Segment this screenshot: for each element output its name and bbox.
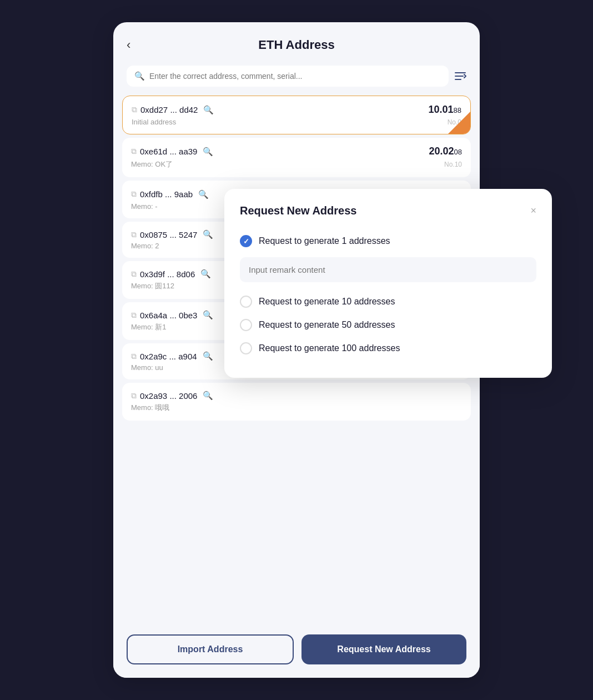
address-item[interactable]: ⧉ 0x2a93 ... 2006 🔍 Memo: 哦哦 [122,383,471,421]
memo-text: Memo: 圆112 [131,281,174,291]
search-address-icon[interactable]: 🔍 [203,147,213,157]
radio-option[interactable]: Request to generate 10 addresses [240,290,536,313]
address-text: 0xdd27 ... dd42 [140,105,198,114]
request-address-modal: Request New Address × ✓ Request to gener… [224,189,552,378]
address-text: 0xfdfb ... 9aab [140,189,193,199]
search-address-icon[interactable]: 🔍 [203,351,213,361]
copy-icon[interactable]: ⧉ [131,311,137,320]
radio-option-wrap[interactable]: Request to generate 50 addresses [240,313,536,337]
search-address-icon[interactable]: 🔍 [203,105,214,115]
radio-label: Request to generate 10 addresses [259,297,395,307]
radio-circle [240,319,252,331]
remark-input[interactable] [240,257,536,282]
address-text: 0x2a93 ... 2006 [140,391,197,401]
address-text: 0xe61d ... aa39 [140,147,197,156]
radio-circle: ✓ [240,235,252,247]
radio-label: Request to generate 50 addresses [259,320,395,330]
memo-text: Memo: 2 [131,242,159,250]
radio-circle [240,296,252,308]
search-address-icon[interactable]: 🔍 [203,310,213,320]
radio-option[interactable]: Request to generate 50 addresses [240,313,536,337]
radio-circle [240,342,252,354]
address-item-top: ⧉ 0xdd27 ... dd42 🔍 10.0188 [132,104,461,116]
search-address-icon[interactable]: 🔍 [200,269,211,279]
footer: Import Address Request New Address [113,626,480,678]
search-icon: 🔍 [134,71,145,81]
radio-option-wrap[interactable]: Request to generate 100 addresses [240,337,536,360]
search-address-icon[interactable]: 🔍 [203,229,213,239]
copy-icon[interactable]: ⧉ [131,230,137,239]
no-badge: No.10 [444,161,462,168]
copy-icon[interactable]: ⧉ [131,269,137,279]
copy-icon[interactable]: ⧉ [131,189,137,199]
address-left: ⧉ 0xe61d ... aa39 🔍 [131,147,213,157]
search-bar: 🔍 [127,66,466,87]
address-item-bottom: Initial address No.0 [132,118,461,126]
address-left: ⧉ 0x3d9f ... 8d06 🔍 [131,269,211,279]
modal-close-button[interactable]: × [530,205,536,217]
memo-text: Memo: 哦哦 [131,403,169,413]
memo-text: Memo: uu [131,363,163,372]
back-button[interactable]: ‹ [127,39,130,51]
radio-option[interactable]: Request to generate 100 addresses [240,337,536,360]
address-item-top: ⧉ 0x2a93 ... 2006 🔍 [131,391,462,401]
radio-label: Request to generate 100 addresses [259,343,400,353]
address-amount: 20.0208 [429,146,462,157]
radio-check-icon: ✓ [243,237,249,246]
header: ‹ ETH Address [113,22,480,61]
search-address-icon[interactable]: 🔍 [198,189,209,199]
address-left: ⧉ 0x6a4a ... 0be3 🔍 [131,310,213,320]
address-item-bottom: Memo: OK了 No.10 [131,159,462,169]
main-card: ‹ ETH Address 🔍 ⧉ 0xdd27 ... dd42 🔍 10. [113,22,480,678]
copy-icon[interactable]: ⧉ [131,391,137,401]
memo-text: Memo: OK了 [131,159,173,169]
address-text: 0x6a4a ... 0be3 [140,311,197,320]
radio-option-wrap[interactable]: ✓ Request to generate 1 addresses [240,229,536,253]
search-input[interactable] [149,72,441,81]
search-address-icon[interactable]: 🔍 [203,391,213,401]
address-left: ⧉ 0x2a93 ... 2006 🔍 [131,391,213,401]
radio-option-wrap[interactable]: Request to generate 10 addresses [240,290,536,313]
modal-header: Request New Address × [240,204,536,217]
memo-text: Memo: 新1 [131,322,167,332]
address-item-top: ⧉ 0xe61d ... aa39 🔍 20.0208 [131,146,462,157]
address-left: ⧉ 0xfdfb ... 9aab 🔍 [131,189,209,199]
copy-icon[interactable]: ⧉ [132,105,137,114]
address-left: ⧉ 0x2a9c ... a904 🔍 [131,351,213,361]
search-input-wrap: 🔍 [127,66,449,87]
modal-title: Request New Address [240,204,356,217]
radio-label: Request to generate 1 addresses [259,236,390,246]
request-new-address-button[interactable]: Request New Address [301,634,466,664]
filter-button[interactable] [454,71,466,82]
address-item-bottom: Memo: 哦哦 [131,403,462,413]
copy-icon[interactable]: ⧉ [131,352,137,361]
page-title: ETH Address [258,38,334,52]
filter-icon [454,71,466,82]
address-text: 0x2a9c ... a904 [140,352,197,361]
modal-options-list: ✓ Request to generate 1 addresses Reques… [240,229,536,360]
address-item[interactable]: ⧉ 0xe61d ... aa39 🔍 20.0208 Memo: OK了 No… [122,138,471,177]
address-text: 0x0875 ... 5247 [140,230,197,239]
import-address-button[interactable]: Import Address [127,634,294,664]
copy-icon[interactable]: ⧉ [131,147,137,156]
memo-text: Initial address [132,118,176,126]
memo-text: Memo: - [131,202,158,211]
address-item[interactable]: ⧉ 0xdd27 ... dd42 🔍 10.0188 Initial addr… [122,96,471,134]
address-left: ⧉ 0xdd27 ... dd42 🔍 [132,105,214,115]
address-text: 0x3d9f ... 8d06 [140,269,195,279]
radio-option[interactable]: ✓ Request to generate 1 addresses [240,229,536,290]
active-corner [448,112,470,134]
address-left: ⧉ 0x0875 ... 5247 🔍 [131,229,213,239]
